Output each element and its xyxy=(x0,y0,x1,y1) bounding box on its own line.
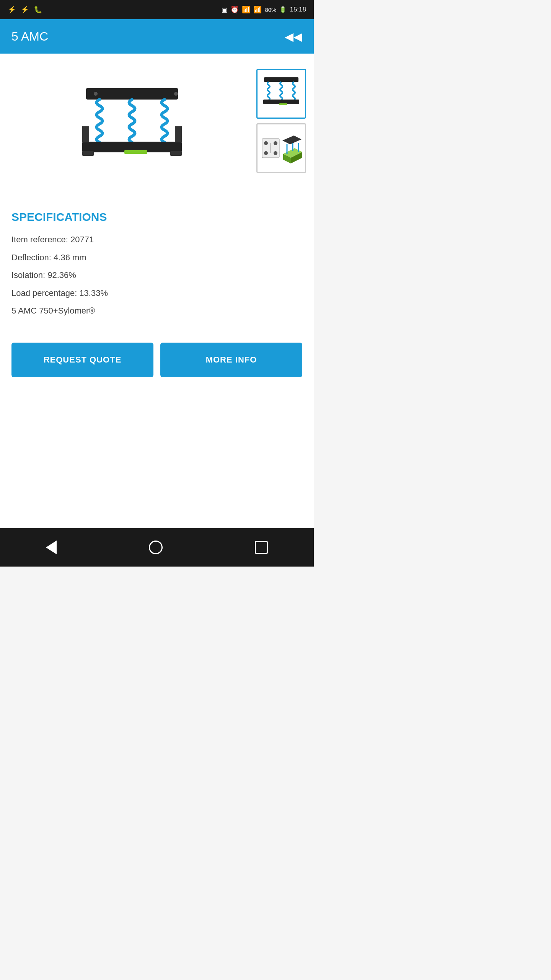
svg-point-14 xyxy=(274,141,277,145)
spec-item-model: 5 AMC 750+Sylomer® xyxy=(11,305,302,317)
svg-rect-7 xyxy=(82,151,94,156)
svg-rect-6 xyxy=(175,126,182,142)
spec-item-isolation: Isolation: 92.36% xyxy=(11,270,302,281)
signal-icon: 📶 xyxy=(253,5,262,14)
recents-nav-button[interactable] xyxy=(243,537,279,558)
svg-rect-8 xyxy=(170,151,182,156)
svg-point-13 xyxy=(264,141,268,145)
action-buttons: REQUEST QUOTE MORE INFO xyxy=(0,331,314,392)
back-button[interactable]: ◀◀ xyxy=(285,30,302,43)
alarm-icon: ⏰ xyxy=(230,5,239,14)
request-quote-button[interactable]: REQUEST QUOTE xyxy=(11,343,153,377)
page-title: 5 AMC xyxy=(11,29,48,44)
usb-icon: ⚡ xyxy=(8,5,16,14)
svg-point-15 xyxy=(264,151,268,155)
status-bar: ⚡ ⚡ 🐛 ▣ ⏰ 📶 📶 80% 🔋 15:18 xyxy=(0,0,314,19)
svg-point-1 xyxy=(94,92,98,96)
recents-nav-icon xyxy=(255,541,268,554)
bottom-nav xyxy=(0,528,314,567)
battery-icon: 🔋 xyxy=(279,6,287,13)
home-nav-button[interactable] xyxy=(137,537,174,558)
specs-section: SPECIFICATIONS Item reference: 20771 Def… xyxy=(0,199,314,331)
more-info-button[interactable]: MORE INFO xyxy=(160,343,302,377)
thumbnail-2[interactable] xyxy=(256,123,306,173)
wifi-icon: 📶 xyxy=(242,5,250,14)
svg-rect-0 xyxy=(86,88,178,100)
svg-point-2 xyxy=(174,92,178,96)
status-left-icons: ⚡ ⚡ 🐛 xyxy=(8,5,42,14)
product-section xyxy=(0,54,314,199)
back-nav-icon xyxy=(46,541,57,554)
main-image-container xyxy=(8,65,256,180)
main-content: SPECIFICATIONS Item reference: 20771 Def… xyxy=(0,54,314,528)
specs-title: SPECIFICATIONS xyxy=(11,211,302,224)
status-right-icons: ▣ ⏰ 📶 📶 80% 🔋 15:18 xyxy=(222,5,306,14)
time-display: 15:18 xyxy=(290,6,306,13)
svg-rect-4 xyxy=(124,150,147,154)
thumbnail-1[interactable] xyxy=(256,69,306,119)
bug-icon: 🐛 xyxy=(34,5,42,14)
spec-item-deflection: Deflection: 4.36 mm xyxy=(11,252,302,263)
home-nav-icon xyxy=(149,541,163,554)
app-bar: 5 AMC ◀◀ xyxy=(0,19,314,54)
svg-rect-11 xyxy=(279,103,287,105)
spec-item-load: Load percentage: 13.33% xyxy=(11,288,302,299)
battery-percent: 80% xyxy=(265,7,276,13)
svg-rect-9 xyxy=(264,77,298,82)
svg-marker-24 xyxy=(282,136,302,144)
spec-item-reference: Item reference: 20771 xyxy=(11,234,302,245)
back-nav-button[interactable] xyxy=(34,537,68,558)
thumbnail-column xyxy=(256,65,306,173)
product-svg xyxy=(71,73,193,172)
svg-point-16 xyxy=(274,151,277,155)
sim-icon: ▣ xyxy=(222,6,227,13)
svg-rect-5 xyxy=(82,126,89,142)
usb2-icon: ⚡ xyxy=(21,5,29,14)
main-product-image xyxy=(71,73,193,172)
